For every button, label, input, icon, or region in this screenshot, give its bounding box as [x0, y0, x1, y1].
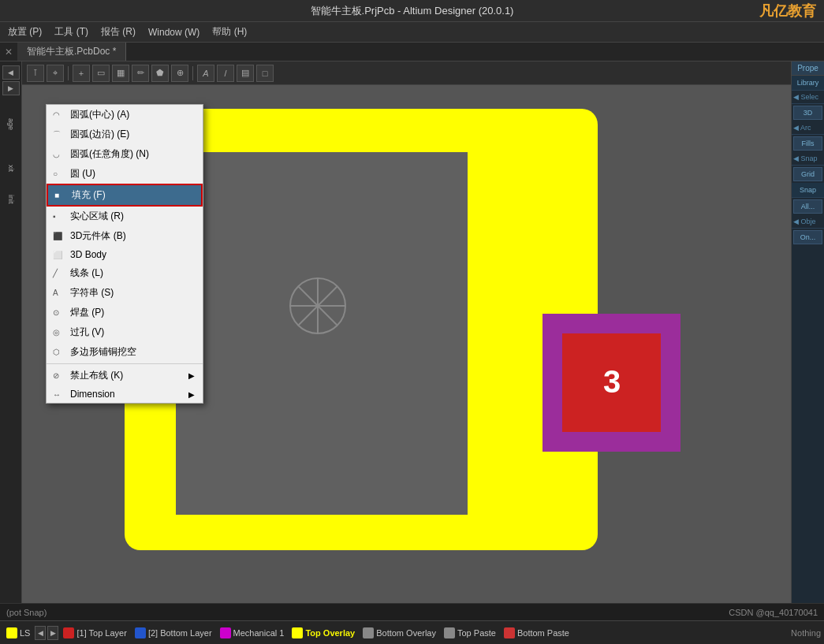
- sidebar-btn-2[interactable]: ▶: [2, 81, 20, 95]
- menu-fill[interactable]: ■ 填充 (F): [47, 184, 203, 207]
- keepout-arrow-icon: ▶: [188, 371, 195, 380]
- menu-arc-center[interactable]: ◠ 圆弧(中心) (A): [47, 105, 203, 125]
- menu-item-reports[interactable]: 报告 (R): [95, 22, 142, 42]
- toolbar-btn-poly[interactable]: ⬟: [151, 65, 169, 82]
- menu-solid-region[interactable]: ▪ 实心区域 (R): [47, 207, 203, 226]
- right-panel-fills[interactable]: Fills: [793, 136, 822, 151]
- csdn-watermark: CSDN @qq_40170041: [729, 608, 818, 617]
- toolbar-btn-grid[interactable]: ▦: [112, 65, 129, 82]
- layer-bottom[interactable]: [2] Bottom Layer: [132, 627, 215, 638]
- menu-bar: 放置 (P) 工具 (T) 报告 (R) Window (W) 帮助 (H): [0, 22, 824, 43]
- layer-mech1-dot: [220, 627, 231, 638]
- layer-top[interactable]: [1] Top Layer: [60, 627, 129, 638]
- toolbar-btn-text[interactable]: A: [197, 65, 214, 82]
- toolbar-btn-table[interactable]: ▤: [237, 65, 254, 82]
- sidebar-btn-4[interactable]: xit: [4, 152, 18, 184]
- layer-top-paste[interactable]: Top Paste: [441, 627, 499, 638]
- line-icon: ╱: [53, 269, 58, 277]
- layer-top-overlay[interactable]: Top Overlay: [289, 627, 358, 638]
- right-panel-title: Prope: [792, 61, 824, 76]
- toolbar-btn-circle[interactable]: ⊕: [171, 65, 188, 82]
- toolbar-sep-1: [68, 66, 69, 80]
- menu-item-window[interactable]: Window (W): [142, 22, 206, 42]
- layer-top-paste-label: Top Paste: [457, 628, 496, 638]
- arc-edge-icon: ⌒: [53, 129, 61, 140]
- menu-3d-body[interactable]: ⬜ 3D Body: [47, 246, 203, 263]
- sidebar-btn-5[interactable]: init: [4, 188, 18, 211]
- toolbar-sep-2: [192, 66, 193, 80]
- toolbar-btn-square[interactable]: □: [256, 65, 274, 82]
- tab-close-btn[interactable]: ✕: [0, 45, 17, 59]
- toolbar-btn-cross[interactable]: ⌖: [47, 65, 64, 82]
- right-panel-obje: ◀ Obje: [792, 215, 824, 229]
- right-panel: Prope Library ◀ Selec 3D ◀ Arc Fills ◀ S…: [791, 61, 824, 620]
- toolbar-btn-rect[interactable]: ▭: [92, 65, 110, 82]
- menu-pad[interactable]: ⊙ 焊盘 (P): [47, 303, 203, 322]
- menu-3d-body-b[interactable]: ⬛ 3D元件体 (B): [47, 226, 203, 246]
- canvas-area[interactable]: ⊺ ⌖ + ▭ ▦ ✏ ⬟ ⊕ A / ▤ □: [22, 61, 791, 620]
- menu-via[interactable]: ◎ 过孔 (V): [47, 322, 203, 342]
- layer-top-dot: [63, 627, 74, 638]
- right-panel-library[interactable]: Library: [792, 76, 824, 91]
- sidebar-btn-1[interactable]: ◀: [2, 65, 20, 80]
- circle-icon: ○: [53, 169, 58, 178]
- menu-circle[interactable]: ○ 圆 (U): [47, 164, 203, 184]
- layer-top-paste-dot: [444, 627, 455, 638]
- layer-mech1[interactable]: Mechanical 1: [217, 627, 288, 638]
- menu-string[interactable]: A 字符串 (S): [47, 283, 203, 303]
- fill-icon: ■: [54, 191, 59, 199]
- layer-ls-label: LS: [20, 628, 30, 638]
- right-panel-on[interactable]: On...: [793, 230, 822, 244]
- title-bar: 智能牛主板.PrjPcb - Altium Designer (20.0.1) …: [0, 0, 824, 22]
- arc-center-icon: ◠: [53, 110, 60, 119]
- dropdown-menu: ◠ 圆弧(中心) (A) ⌒ 圆弧(边沿) (E) ◡ 圆弧(任意角度) (N)…: [46, 104, 203, 404]
- menu-arc-any[interactable]: ◡ 圆弧(任意角度) (N): [47, 144, 203, 164]
- layer-bottom-paste-label: Bottom Paste: [517, 628, 569, 638]
- right-panel-3d[interactable]: 3D: [793, 106, 822, 120]
- 3d-body-b-icon: ⬛: [53, 232, 62, 240]
- menu-item-tools[interactable]: 工具 (T): [48, 22, 95, 42]
- layer-top-overlay-dot: [292, 627, 303, 638]
- tab-bar: ✕ 智能牛主板.PcbDoc *: [0, 43, 824, 61]
- menu-item-help[interactable]: 帮助 (H): [206, 22, 253, 42]
- arc-any-icon: ◡: [53, 150, 60, 158]
- layer-bottom-overlay[interactable]: Bottom Overlay: [360, 627, 439, 638]
- menu-dimension[interactable]: ↔ Dimension ▶: [47, 385, 203, 403]
- menu-arc-edge[interactable]: ⌒ 圆弧(边沿) (E): [47, 125, 203, 144]
- via-icon: ◎: [53, 328, 60, 337]
- menu-line[interactable]: ╱ 线条 (L): [47, 263, 203, 283]
- right-panel-snap2[interactable]: Snap: [792, 183, 824, 198]
- layer-bottom-overlay-dot: [363, 627, 374, 638]
- status-nothing: Nothing: [791, 628, 821, 638]
- toolbar: ⊺ ⌖ + ▭ ▦ ✏ ⬟ ⊕ A / ▤ □: [22, 61, 791, 85]
- menu-keepout[interactable]: ⊘ 禁止布线 (K) ▶: [47, 366, 203, 385]
- info-bar: (pot Snap) CSDN @qq_40170041: [0, 603, 824, 620]
- layer-top-label: [1] Top Layer: [76, 628, 126, 638]
- menu-item-place[interactable]: 放置 (P): [2, 22, 48, 42]
- toolbar-btn-cursor[interactable]: ⊺: [27, 65, 44, 82]
- toolbar-btn-add[interactable]: +: [73, 65, 90, 82]
- sidebar-btn-3[interactable]: age: [4, 101, 18, 148]
- layer-prev-btn[interactable]: ◀: [35, 626, 46, 640]
- 3dbody-icon: ⬜: [53, 251, 62, 259]
- layer-bottom-paste-dot: [504, 627, 515, 638]
- right-panel-grid[interactable]: Grid: [793, 167, 822, 181]
- tab-pcbdoc[interactable]: 智能牛主板.PcbDoc *: [17, 43, 126, 61]
- layer-bottom-overlay-label: Bottom Overlay: [376, 628, 436, 638]
- dimension-icon: ↔: [53, 390, 61, 399]
- layer-mech1-label: Mechanical 1: [233, 628, 285, 638]
- layer-bottom-label: [2] Bottom Layer: [148, 628, 212, 638]
- toolbar-btn-pen[interactable]: ✏: [132, 65, 149, 82]
- component-label: 3: [603, 364, 621, 399]
- logo: 凡亿教育: [759, 2, 816, 20]
- keepout-icon: ⊘: [53, 371, 59, 380]
- solid-region-icon: ▪: [53, 212, 56, 221]
- toolbar-btn-line[interactable]: /: [217, 65, 234, 82]
- right-panel-snap: ◀ Snap: [792, 152, 824, 166]
- menu-polygon-cutout[interactable]: ⬡ 多边形铺铜挖空: [47, 342, 203, 362]
- layer-bottom-paste[interactable]: Bottom Paste: [501, 627, 572, 638]
- status-bar: LS ◀ ▶ [1] Top Layer [2] Bottom Layer Me…: [0, 620, 824, 644]
- layer-top-overlay-label: Top Overlay: [305, 628, 355, 638]
- right-panel-all[interactable]: All...: [793, 199, 822, 214]
- layer-next-btn[interactable]: ▶: [47, 626, 58, 640]
